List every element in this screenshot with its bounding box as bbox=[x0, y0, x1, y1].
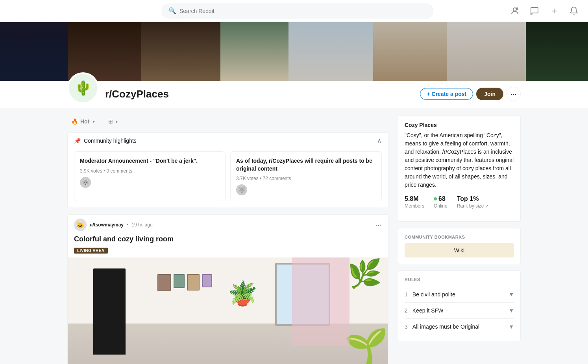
members-stat: 5.8M Members bbox=[405, 195, 424, 209]
banner-panel-6 bbox=[373, 22, 447, 81]
members-value: 5.8M bbox=[405, 195, 424, 202]
search-icon: 🔍 bbox=[168, 7, 176, 15]
join-button[interactable]: Join bbox=[476, 88, 503, 100]
highlights-grid: Moderator Announcement - "Don't be a jer… bbox=[68, 148, 388, 208]
highlight-title-2: As of today, r/CozyPlaces will require a… bbox=[236, 157, 376, 173]
members-label: Members bbox=[405, 203, 424, 209]
plant-mid: 🪴 bbox=[228, 279, 257, 307]
about-community-card: Cozy Places "Cosy", or the American spel… bbox=[398, 115, 521, 222]
online-value: 68 bbox=[434, 195, 447, 202]
post-header: 🐱 u/tsowmaymay • 19 hr. ago ··· bbox=[68, 215, 388, 235]
room-door bbox=[93, 268, 125, 354]
layout-chevron: ▼ bbox=[115, 119, 118, 124]
highlights-label: Community highlights bbox=[84, 138, 137, 144]
chat-icon[interactable] bbox=[528, 5, 541, 17]
sort-hot-label: Hot bbox=[80, 118, 89, 125]
rule-num-2: 2 bbox=[405, 307, 408, 314]
post-separator: • bbox=[127, 222, 128, 228]
rule-text-2: Keep it SFW bbox=[412, 307, 444, 314]
rule-left-2: 2 Keep it SFW bbox=[405, 307, 443, 314]
collapse-icon: ∧ bbox=[377, 137, 382, 144]
banner-panel-1 bbox=[0, 22, 68, 81]
banner-panel-2 bbox=[68, 22, 141, 81]
main-layout: 🔥 Hot ▼ ⊞ ▼ 📌 Community highlights ∧ Mod… bbox=[58, 109, 530, 364]
banner-panel-5 bbox=[288, 22, 373, 81]
rank-value: Top 1% bbox=[457, 195, 488, 202]
rule-item-2[interactable]: 2 Keep it SFW ▼ bbox=[405, 303, 514, 319]
frame-4 bbox=[202, 274, 212, 287]
notification-icon[interactable] bbox=[568, 5, 580, 17]
search-input[interactable] bbox=[179, 8, 427, 14]
rank-stat: Top 1% Rank by size ↗ bbox=[457, 195, 488, 209]
top-navigation: 🔍 + bbox=[0, 0, 588, 22]
rule-text-1: Be civil and polite bbox=[412, 291, 455, 298]
community-description: "Cosy", or the American spelling "Cozy",… bbox=[405, 131, 514, 189]
community-title: Cozy Places bbox=[405, 122, 514, 128]
online-dot bbox=[434, 197, 437, 200]
post-username[interactable]: u/tsowmaymay bbox=[90, 222, 124, 228]
community-highlights: 📌 Community highlights ∧ Moderator Annou… bbox=[67, 132, 388, 208]
frame-3 bbox=[187, 274, 200, 290]
post-user-avatar: 🐱 bbox=[74, 219, 87, 231]
online-stat: 68 Online bbox=[434, 195, 447, 209]
rule-num-3: 3 bbox=[405, 324, 408, 330]
post-image: 🌿 🌱 🪴 bbox=[68, 257, 388, 364]
create-post-button[interactable]: + Create a post bbox=[420, 88, 473, 100]
avatar-icon[interactable] bbox=[508, 5, 521, 17]
plant-floor: 🌱 bbox=[344, 326, 388, 364]
highlight-title-1: Moderator Announcement - "Don't be a jer… bbox=[80, 157, 220, 165]
rule-left-3: 3 All images must be Original bbox=[405, 324, 479, 330]
frame-2 bbox=[174, 274, 185, 288]
external-link-icon: ↗ bbox=[485, 204, 488, 208]
sort-hot-icon: 🔥 bbox=[71, 118, 78, 125]
rules-card: RULES 1 Be civil and polite ▼ 2 Keep it … bbox=[398, 270, 521, 341]
subreddit-header: 🌵 r/CozyPlaces + Create a post Join ··· bbox=[0, 81, 588, 109]
wall-frames bbox=[157, 274, 212, 291]
create-post-label: + Create a post bbox=[427, 91, 466, 97]
highlight-card-2[interactable]: As of today, r/CozyPlaces will require a… bbox=[230, 151, 382, 201]
post-menu-button[interactable]: ··· bbox=[375, 221, 382, 230]
highlight-avatar-2: 🐺 bbox=[236, 184, 247, 195]
rule-item-3[interactable]: 3 All images must be Original ▼ bbox=[405, 319, 514, 335]
add-icon[interactable]: + bbox=[548, 5, 560, 17]
search-bar[interactable]: 🔍 bbox=[162, 4, 433, 18]
subreddit-avatar: 🌵 bbox=[67, 72, 99, 104]
sort-chevron-icon: ▼ bbox=[92, 119, 96, 124]
highlight-meta-2: 3.7K votes • 72 comments bbox=[236, 176, 376, 181]
post-header-left: 🐱 u/tsowmaymay • 19 hr. ago bbox=[74, 219, 153, 231]
svg-point-0 bbox=[513, 8, 516, 11]
banner-panel-8 bbox=[526, 22, 588, 81]
rule-text-3: All images must be Original bbox=[412, 324, 479, 330]
feed: 🔥 Hot ▼ ⊞ ▼ 📌 Community highlights ∧ Mod… bbox=[67, 115, 388, 364]
highlight-avatar-1: 🐺 bbox=[80, 177, 91, 188]
post-card: 🐱 u/tsowmaymay • 19 hr. ago ··· Colorful… bbox=[67, 214, 388, 364]
post-image-inner: 🌿 🌱 🪴 bbox=[68, 257, 388, 364]
banner-wrapper: 🌵 r/CozyPlaces + Create a post Join ··· bbox=[0, 22, 588, 109]
sort-hot-button[interactable]: 🔥 Hot ▼ bbox=[67, 115, 100, 128]
banner-panel-4 bbox=[220, 22, 288, 81]
rule-left-1: 1 Be civil and polite bbox=[405, 291, 455, 298]
post-flair[interactable]: LIVING AREA bbox=[74, 248, 108, 254]
highlights-header-left: 📌 Community highlights bbox=[74, 138, 137, 144]
svg-point-1 bbox=[516, 7, 518, 10]
highlight-meta-1: 3.9K votes • 0 comments bbox=[80, 168, 220, 174]
bookmarks-card: COMMUNITY BOOKMARKS Wiki bbox=[398, 228, 521, 264]
rules-title: RULES bbox=[405, 277, 514, 282]
frame-1 bbox=[157, 274, 171, 291]
feed-controls: 🔥 Hot ▼ ⊞ ▼ bbox=[67, 115, 388, 128]
online-label: Online bbox=[434, 203, 447, 209]
stats-row: 5.8M Members 68 Online Top 1% Rank by si… bbox=[405, 195, 514, 209]
rule-item-1[interactable]: 1 Be civil and polite ▼ bbox=[405, 287, 514, 303]
highlights-header[interactable]: 📌 Community highlights ∧ bbox=[68, 133, 388, 148]
wiki-button[interactable]: Wiki bbox=[405, 243, 514, 257]
subreddit-name: r/CozyPlaces bbox=[105, 88, 169, 100]
header-actions: + Create a post Join ··· bbox=[420, 87, 521, 101]
rule-num-1: 1 bbox=[405, 291, 408, 298]
sidebar: Cozy Places "Cosy", or the American spel… bbox=[398, 115, 521, 364]
highlight-card-1[interactable]: Moderator Announcement - "Don't be a jer… bbox=[74, 151, 226, 201]
plant-large: 🌿 bbox=[348, 257, 382, 290]
layout-button[interactable]: ⊞ ▼ bbox=[104, 116, 122, 127]
more-options-button[interactable]: ··· bbox=[507, 87, 521, 101]
rule-chevron-2: ▼ bbox=[508, 307, 514, 314]
rule-chevron-1: ▼ bbox=[508, 291, 514, 298]
